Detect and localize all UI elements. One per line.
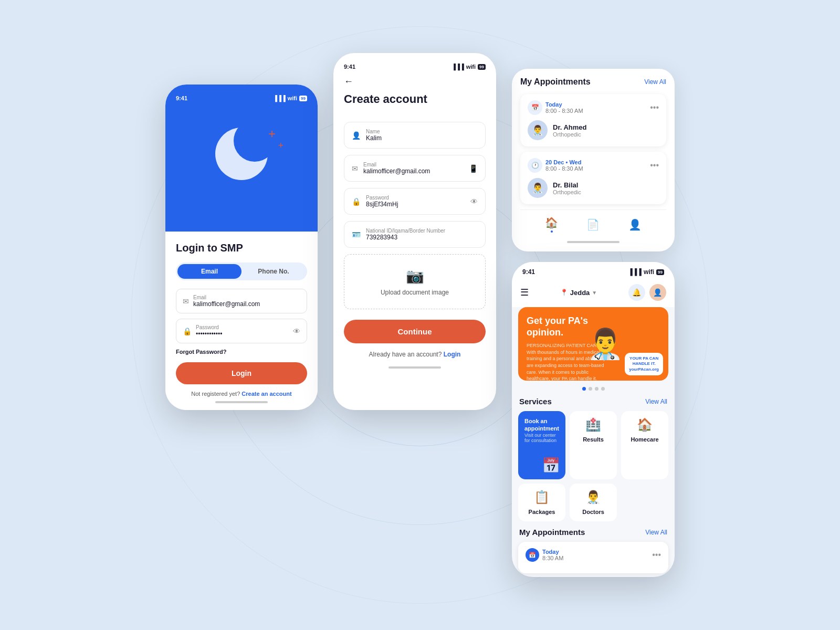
results-card[interactable]: 🏥 Results: [570, 411, 617, 479]
name-label: Name: [366, 129, 478, 134]
email-field-login[interactable]: ✉ Email kalimofficer@gmail.com: [176, 289, 307, 313]
email-label-2: Email: [363, 162, 464, 167]
signal-icon: ▐▐▐: [273, 95, 285, 101]
dot-3: [595, 387, 598, 391]
back-button[interactable]: ←: [344, 76, 486, 87]
wifi-icon-2: wifi: [466, 64, 476, 70]
email-value-2: kalimofficer@gmail.com: [363, 167, 464, 175]
doctor-name-bilal: Dr. Bilal: [553, 181, 581, 189]
time-login: 9:41: [176, 95, 187, 101]
plus-icon-1: +: [268, 128, 276, 140]
email-icon-2: ✉: [352, 164, 358, 173]
dot-1: [582, 387, 586, 391]
name-value: Kalim: [366, 134, 478, 142]
doctor-spec-ahmed: Orthopedic: [553, 131, 587, 138]
appt-date-label-1: Today: [545, 101, 583, 108]
email-field-create[interactable]: ✉ Email kalimofficer@gmail.com 📱: [344, 155, 486, 182]
nav-profile[interactable]: 👤: [628, 218, 642, 231]
nav-home[interactable]: 🏠: [545, 216, 558, 233]
camera-icon: 📷: [406, 267, 424, 285]
doctors-card[interactable]: 👨‍⚕️ Doctors: [570, 484, 617, 521]
location-selector[interactable]: 📍 Jedda ▼: [560, 289, 597, 297]
banner-indicators: [512, 387, 675, 391]
password-value-2: 8sjEf34mHj: [366, 201, 465, 208]
eye-icon[interactable]: 👁: [293, 327, 300, 335]
more-options-2[interactable]: •••: [650, 161, 659, 170]
bottom-appts-title: My Appointments: [519, 528, 585, 537]
continue-button[interactable]: Continue: [344, 320, 486, 343]
more-options-1[interactable]: •••: [650, 103, 659, 112]
bottom-appts-header: My Appointments View All: [512, 528, 675, 537]
promo-banner[interactable]: Get your PA's opinion. PERSONALIZING PAT…: [518, 307, 668, 381]
view-all-services[interactable]: View All: [645, 398, 667, 405]
upload-label: Upload document image: [381, 289, 449, 296]
main-header: ☰ 📍 Jedda ▼ 🔔 👤: [512, 280, 675, 307]
bottom-appt-time: 8:30 AM: [542, 555, 563, 561]
status-bar-login: 9:41 ▐▐▐ wifi 99: [176, 95, 307, 101]
password-value: ••••••••••••: [196, 330, 289, 338]
eye-icon-2[interactable]: 👁: [470, 197, 478, 206]
national-id-value: 739283943: [366, 234, 478, 241]
login-button[interactable]: Login: [176, 362, 307, 384]
forgot-password[interactable]: Forgot Password?: [176, 349, 307, 355]
national-id-field[interactable]: 🪪 National ID/Iqama/Border Number 739283…: [344, 221, 486, 248]
profile-nav-icon: 👤: [628, 218, 642, 231]
appointment-card-2: 🕐 20 Dec • Wed 8:00 - 8:30 AM ••• 👨‍⚕️ D…: [520, 152, 666, 204]
create-account-link[interactable]: Create an account: [242, 391, 291, 397]
dot-2: [589, 387, 592, 391]
calendar-booking-icon: 📅: [542, 457, 560, 474]
bottom-appt-card: 📅 Today 8:30 AM •••: [518, 542, 668, 573]
time-main: 9:41: [522, 268, 535, 276]
book-appt-label: Book an appointment: [524, 417, 559, 433]
doctor-avatar-ahmed: 👨‍⚕️: [528, 120, 548, 140]
packages-card[interactable]: 📋 Packages: [518, 484, 565, 521]
email-tab[interactable]: Email: [177, 264, 242, 279]
phone-tab[interactable]: Phone No.: [242, 264, 306, 279]
more-options-bottom[interactable]: •••: [652, 550, 661, 560]
bottom-nav: 🏠 📄 👤: [520, 209, 666, 241]
appt-date-label-2: 20 Dec • Wed: [545, 159, 583, 165]
create-account-form: 👤 Name Kalim ✉ Email kalimofficer@gmail.…: [333, 122, 496, 309]
appointments-header: My Appointments View All: [520, 77, 666, 87]
hamburger-menu[interactable]: ☰: [520, 287, 529, 298]
notification-button[interactable]: 🔔: [628, 284, 645, 301]
signal-icon-2: ▐▐▐: [452, 64, 464, 70]
login-link[interactable]: Login: [444, 351, 461, 358]
homecare-card[interactable]: 🏠 Homecare: [621, 411, 668, 479]
signal-main: ▐▐▐: [628, 268, 642, 276]
battery-main: 99: [656, 269, 664, 275]
banner-image: 👨‍⚕️: [579, 307, 632, 381]
password-field-login[interactable]: 🔒 Password •••••••••••• 👁: [176, 319, 307, 343]
phone-login: 9:41 ▐▐▐ wifi 99 + + Login to SMP Email …: [165, 85, 318, 410]
profile-button[interactable]: 👤: [649, 284, 666, 301]
appointment-card-1: 📅 Today 8:00 - 8:30 AM ••• 👨‍⚕️ Dr. Ahme…: [520, 94, 666, 146]
services-header: Services View All: [512, 397, 675, 406]
book-appt-sub: Visit our center for consultation: [524, 433, 559, 443]
view-all-bottom[interactable]: View All: [645, 529, 667, 536]
wifi-main: wifi: [644, 268, 654, 276]
status-bar-create: 9:41 ▐▐▐ wifi 99: [344, 64, 486, 70]
name-field[interactable]: 👤 Name Kalim: [344, 122, 486, 149]
home-indicator-3: [567, 241, 620, 243]
home-indicator-2: [388, 366, 441, 369]
doctor-avatar-bilal: 👨‍⚕️: [528, 178, 548, 198]
location-name: Jedda: [570, 289, 590, 297]
appointments-title: My Appointments: [520, 77, 591, 87]
book-appointment-card[interactable]: Book an appointment Visit our center for…: [518, 411, 565, 479]
time-create: 9:41: [344, 64, 355, 70]
home-nav-icon: 🏠: [545, 216, 558, 229]
phone-appointments: My Appointments View All 📅 Today 8:00 - …: [512, 69, 675, 251]
today-icon-1: 📅: [528, 100, 542, 115]
upload-document[interactable]: 📷 Upload document image: [344, 254, 486, 309]
banner-badge-text: YOUR PA CANHANDLE IT.yourPAcan.org: [629, 356, 659, 372]
mobile-icon: 📱: [469, 164, 478, 173]
view-all-appointments[interactable]: View All: [644, 78, 666, 86]
doctor-name-ahmed: Dr. Ahmed: [553, 123, 587, 131]
nav-documents[interactable]: 📄: [586, 218, 600, 231]
chevron-down-icon: ▼: [592, 290, 597, 296]
doctors-icon: 👨‍⚕️: [585, 490, 601, 505]
battery-login: 99: [299, 96, 307, 101]
homecare-icon: 🏠: [637, 417, 653, 432]
password-field-create[interactable]: 🔒 Password 8sjEf34mHj 👁: [344, 188, 486, 215]
results-icon: 🏥: [585, 417, 601, 432]
